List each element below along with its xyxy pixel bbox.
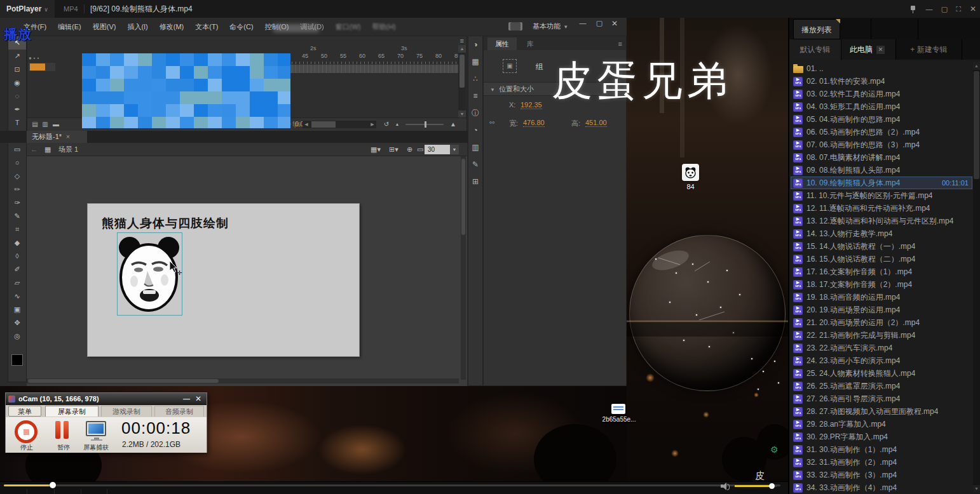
list-item[interactable]: ▶MP429. 28.an字幕加入.mp4 [791, 418, 972, 431]
timeline-hscrollbar[interactable]: ◀ ▶ [303, 121, 376, 128]
ocam-titlebar[interactable]: oCam (10, 15, 1666, 978) — ✕ [6, 393, 207, 405]
playlist-title-tab[interactable]: 播放列表 [793, 19, 840, 39]
scroll-right-icon[interactable]: ▶ [369, 121, 376, 128]
3d-rotation-tool-icon[interactable]: ◉ [8, 76, 26, 90]
close-tab-icon[interactable]: ✕ [876, 46, 885, 54]
list-item[interactable]: ▶MP430. 29.PR字幕加入.mp4 [791, 431, 972, 443]
scroll-up-icon[interactable]: ▲ [458, 45, 466, 53]
list-item[interactable]: ▶MP426. 25.动画遮罩层演示.mp4 [791, 380, 972, 392]
panel-menu-icon[interactable]: ≡ [618, 37, 622, 50]
tab-this-pc[interactable]: 此电脑✕ [841, 39, 896, 60]
desktop-file-icon[interactable] [611, 404, 625, 414]
list-item[interactable]: ▶MP414. 13.人物行走教学.mp4 [791, 227, 972, 240]
animate-maximize-button[interactable]: ▢ [592, 19, 606, 27]
seekbar[interactable] [4, 484, 780, 486]
volume-slider[interactable] [735, 485, 777, 487]
rectangle-tool-icon[interactable]: ▭ [8, 143, 26, 156]
volume-icon[interactable] [721, 483, 730, 490]
menu-item-6[interactable]: 命令(C) [224, 22, 259, 32]
scroll-thumb[interactable] [974, 71, 979, 179]
list-item[interactable]: ▶MP410. 09.绘制熊猫人身体.mp400:11:01 [791, 177, 972, 189]
list-item[interactable]: ▶MP413. 12.逐帧动画和补间动画与元件区别.mp4 [791, 215, 972, 227]
list-item[interactable]: ▶MP415. 14.人物说话教程（一）.mp4 [791, 240, 972, 253]
ink-bottle-tool-icon[interactable]: ◊ [8, 250, 26, 263]
pen-tool-icon[interactable]: ✒ [8, 103, 26, 116]
zoom-in-frames-icon[interactable]: ▲ [448, 118, 458, 131]
tab-game-record[interactable]: 游戏录制 [101, 406, 152, 417]
list-item[interactable]: ▶MP407. 06.动画制作的思路（3）.mp4 [791, 138, 972, 151]
list-item[interactable]: ▶MP433. 32.动画制作（3）.mp4 [791, 469, 972, 481]
brush-library-panel-icon[interactable]: ∴ [468, 70, 482, 88]
history-panel-icon[interactable]: ◔ [468, 122, 482, 139]
brush-tool-icon[interactable]: ✑ [8, 196, 26, 210]
tab-default-album[interactable]: 默认专辑 [789, 39, 841, 60]
color-panel-icon[interactable]: ◑ [468, 36, 482, 53]
list-item[interactable]: ▶MP431. 30.动画制作（1）.mp4 [791, 443, 972, 456]
fullscreen-button[interactable]: ⛶ [951, 0, 966, 18]
transform-panel-icon[interactable]: ⊞ [468, 173, 482, 190]
list-item[interactable]: ▶MP422. 21.动画制作完成与剪辑.mp4 [791, 329, 972, 342]
zoom-tool-icon[interactable]: ◎ [8, 330, 26, 343]
list-item[interactable]: ▶MP424. 23.动画小车的演示.mp4 [791, 354, 972, 367]
close-tab-icon[interactable]: × [66, 133, 70, 140]
components-panel-icon[interactable]: ▥ [468, 139, 482, 156]
swatches-panel-icon[interactable]: ▦ [468, 53, 482, 70]
animate-minimize-button[interactable]: — [576, 19, 590, 27]
screen-capture-button[interactable] [86, 421, 106, 436]
motion-presets-panel-icon[interactable]: ✎ [468, 156, 482, 173]
menu-item-9[interactable]: 窗口(W) [330, 22, 367, 32]
eraser-tool-icon[interactable]: ▱ [8, 276, 26, 290]
zoom-dropdown-icon[interactable]: ▼ [450, 145, 459, 154]
menu-item-1[interactable]: 编辑(E) [52, 22, 87, 32]
paint-brush-tool-icon[interactable]: ✎ [8, 210, 26, 223]
list-item[interactable]: ▶MP428. 27.动图视频加入动画里面教程.mp4 [791, 405, 972, 418]
tab-screen-record[interactable]: 屏幕录制 [45, 406, 99, 417]
bone-tool-icon[interactable]: ⌗ [8, 223, 26, 236]
camera-tool-icon[interactable]: ▣ [8, 303, 26, 316]
scroll-thumb[interactable] [311, 121, 336, 128]
slider-knob[interactable] [425, 121, 426, 128]
app-menu-button[interactable]: PotPlayer∨ [0, 0, 55, 18]
list-item[interactable]: ▶MP408. 07.电脑素材的讲解.mp4 [791, 151, 972, 164]
list-item[interactable]: ▶MP419. 18.动画音频的运用.mp4 [791, 291, 972, 304]
list-item[interactable]: ▶MP427. 26.动画引导层演示.mp4 [791, 392, 972, 405]
width-tool-icon[interactable]: ∿ [8, 290, 26, 303]
scroll-down-icon[interactable]: ▼ [973, 485, 980, 493]
maximize-button[interactable]: ▢ [937, 0, 952, 18]
zoom-out-frames-icon[interactable]: ▲ [393, 118, 401, 131]
scroll-thumb[interactable] [459, 55, 465, 88]
pause-record-button[interactable] [55, 421, 71, 439]
list-item[interactable]: ▶MP409. 08.绘制熊猫人头部.mp4 [791, 164, 972, 177]
list-item[interactable]: ▶MP434. 33.动画制作（4）.mp4 [791, 481, 972, 494]
paint-bucket-tool-icon[interactable]: ◆ [8, 236, 26, 250]
edit-scene-icon[interactable]: ▦▾ [371, 143, 381, 156]
gear-icon[interactable]: ⚙ [770, 444, 779, 455]
timeline-ruler[interactable]: 35404550556065707580852s3s [265, 45, 459, 64]
frame-strip[interactable] [265, 64, 459, 73]
free-transform-tool-icon[interactable]: ⊡ [8, 63, 26, 76]
stop-record-button[interactable] [15, 420, 37, 443]
height-value[interactable]: 451.00 [585, 119, 607, 127]
info-panel-icon[interactable]: ⓘ [468, 105, 482, 122]
tab-library[interactable]: 库 [521, 37, 540, 50]
desktop-panda-icon[interactable] [682, 164, 699, 181]
list-item[interactable]: ▶MP412. 11.逐帧动画和元件动画补充.mp4 [791, 202, 972, 215]
menu-item-5[interactable]: 文本(T) [189, 22, 224, 32]
tab-audio-record[interactable]: 音频录制 [154, 406, 204, 417]
seekbar-thumb[interactable] [50, 482, 56, 488]
menu-item-3[interactable]: 插入(I) [121, 22, 153, 32]
document-tab[interactable]: 无标题-1*× [27, 131, 87, 143]
align-panel-icon[interactable]: ≡ [468, 88, 482, 105]
list-item[interactable]: ▶MP420. 19.动画场景的运用.mp4 [791, 304, 972, 316]
fill-color-chip[interactable] [11, 354, 23, 366]
stage[interactable]: 熊猫人身体与四肢绘制 [87, 203, 360, 357]
volume-thumb[interactable] [769, 483, 775, 489]
animate-close-button[interactable]: ✕ [608, 19, 622, 28]
list-item[interactable]: ▶MP402. 01.软件的安装.mp4 [791, 75, 972, 88]
list-item[interactable]: ▶MP406. 05.动画制作的思路（2）.mp4 [791, 126, 972, 138]
center-stage-icon[interactable]: ⊕ [407, 143, 412, 156]
menu-item-4[interactable]: 修改(M) [154, 22, 190, 32]
playlist-scrollbar[interactable]: ▲ ▼ [973, 62, 980, 493]
text-tool-icon[interactable]: T [8, 116, 26, 130]
list-item[interactable]: ▶MP432. 31.动画制作（2）.mp4 [791, 456, 972, 469]
